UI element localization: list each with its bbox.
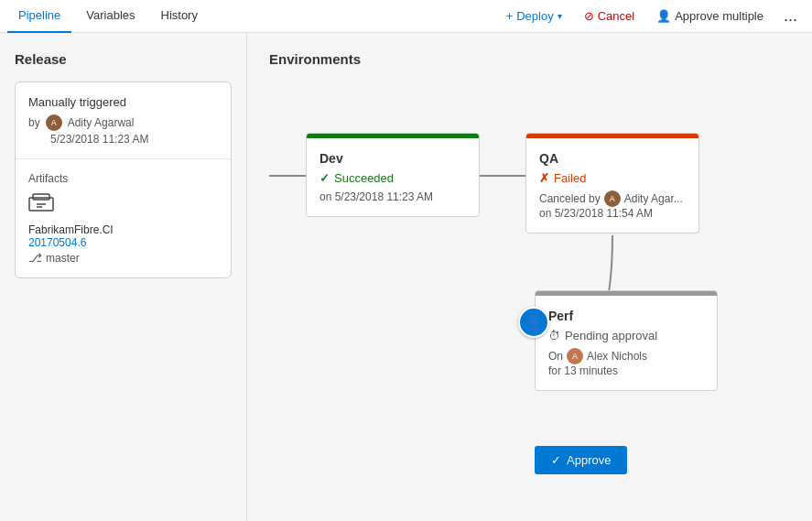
environments-title: Environments xyxy=(269,51,790,67)
perf-duration: for 13 minutes xyxy=(548,364,704,377)
clock-icon: ⏱ xyxy=(548,329,560,342)
plus-icon: + xyxy=(506,9,514,23)
dev-env-wrapper: Dev ✓ Succeeded on 5/23/2018 11:23 AM xyxy=(306,133,480,217)
artifacts-label: Artifacts xyxy=(28,172,218,185)
approve-multiple-action[interactable]: 👤 Approve multiple xyxy=(647,5,773,27)
release-title: Release xyxy=(15,51,232,67)
approve-multiple-label: Approve multiple xyxy=(675,9,763,23)
qa-canceled-prefix: Canceled by xyxy=(539,192,601,205)
environments-panel: Environments Dev xyxy=(247,33,812,521)
qa-info: Canceled by A Adity Agar... on 5/23/2018… xyxy=(539,190,686,220)
user-icon: 👤 xyxy=(656,9,671,23)
perf-on-prefix: On xyxy=(548,350,563,363)
qa-x-icon: ✗ xyxy=(539,171,549,185)
qa-name: QA xyxy=(539,151,686,166)
qa-status-label: Failed xyxy=(554,171,586,185)
release-panel: Release Manually triggered by A Adity Ag… xyxy=(0,33,247,521)
qa-person-name: Adity Agar... xyxy=(624,192,683,205)
svg-rect-1 xyxy=(33,194,49,200)
perf-person-name: Alex Nichols xyxy=(587,350,647,363)
artifact-icon xyxy=(28,192,218,220)
main-content: Release Manually triggered by A Adity Ag… xyxy=(0,33,812,521)
perf-on-row: On A Alex Nichols xyxy=(548,348,704,364)
artifact-version[interactable]: 20170504.6 xyxy=(28,236,218,249)
approval-avatar-icon: 👤 xyxy=(518,307,549,338)
chevron-down-icon: ▾ xyxy=(558,11,562,21)
more-button[interactable]: ... xyxy=(776,3,805,29)
perf-name: Perf xyxy=(548,309,704,323)
dev-card-body: Dev ✓ Succeeded on 5/23/2018 11:23 AM xyxy=(307,138,479,216)
dev-name: Dev xyxy=(319,151,466,166)
environments-layout: Dev ✓ Succeeded on 5/23/2018 11:23 AM QA xyxy=(269,89,790,501)
perf-card-body: Perf ⏱ Pending approval On A Alex Nichol… xyxy=(536,296,717,390)
qa-person-avatar: A xyxy=(604,190,621,207)
release-trigger: Manually triggered by A Adity Agarwal 5/… xyxy=(16,82,231,159)
qa-canceled-by: Canceled by A Adity Agar... xyxy=(539,190,686,207)
qa-canceled-date: on 5/23/2018 11:54 AM xyxy=(539,207,686,220)
qa-card-body: QA ✗ Failed Canceled by A Adity Agar... … xyxy=(526,138,698,233)
by-prefix: by xyxy=(28,116,40,129)
perf-info: On A Alex Nichols for 13 minutes xyxy=(548,348,704,377)
dev-status-label: Succeeded xyxy=(334,171,394,185)
deploy-label: Deploy xyxy=(516,9,553,23)
trigger-avatar: A xyxy=(46,114,62,131)
tab-variables[interactable]: Variables xyxy=(75,0,146,33)
trigger-title: Manually triggered xyxy=(28,95,218,109)
branch-icon: ⎇ xyxy=(28,251,42,265)
qa-env-card[interactable]: QA ✗ Failed Canceled by A Adity Agar... … xyxy=(525,133,699,233)
trigger-date: 5/23/2018 11:23 AM xyxy=(50,133,218,146)
person-icon: 👤 xyxy=(525,314,543,331)
artifacts-section: Artifacts FabrikamFibre.CI 20170504.6 ⎇ … xyxy=(16,159,231,277)
dev-env-card[interactable]: Dev ✓ Succeeded on 5/23/2018 11:23 AM xyxy=(306,133,480,217)
dev-check-icon: ✓ xyxy=(319,171,330,185)
top-nav: Pipeline Variables History + Deploy ▾ ⊘ … xyxy=(0,0,812,33)
perf-env-card[interactable]: Perf ⏱ Pending approval On A Alex Nichol… xyxy=(535,290,718,391)
dev-info: on 5/23/2018 11:23 AM xyxy=(319,190,466,203)
qa-env-wrapper: QA ✗ Failed Canceled by A Adity Agar... … xyxy=(525,133,699,233)
perf-status-label: Pending approval xyxy=(565,329,657,342)
perf-env-wrapper: Perf ⏱ Pending approval On A Alex Nichol… xyxy=(535,290,718,391)
approve-label: Approve xyxy=(567,453,611,467)
cancel-label: Cancel xyxy=(598,9,634,23)
qa-status: ✗ Failed xyxy=(539,171,686,185)
trigger-person: Adity Agarwal xyxy=(68,116,135,129)
approve-button[interactable]: ✓ Approve xyxy=(535,446,627,474)
artifact-branch: ⎇ master xyxy=(28,251,218,265)
deploy-action[interactable]: + Deploy ▾ xyxy=(497,5,571,27)
perf-person-avatar: A xyxy=(567,348,583,364)
tab-pipeline[interactable]: Pipeline xyxy=(7,0,71,33)
branch-name: master xyxy=(46,252,80,265)
cancel-action[interactable]: ⊘ Cancel xyxy=(575,5,644,27)
release-card: Manually triggered by A Adity Agarwal 5/… xyxy=(15,81,232,278)
approve-check-icon: ✓ xyxy=(551,453,561,467)
perf-status: ⏱ Pending approval xyxy=(548,329,704,342)
dev-status: ✓ Succeeded xyxy=(319,171,466,185)
cancel-icon: ⊘ xyxy=(584,9,594,23)
artifact-name: FabrikamFibre.CI xyxy=(28,223,218,236)
trigger-by: by A Adity Agarwal xyxy=(28,114,218,131)
tab-history[interactable]: History xyxy=(150,0,209,33)
